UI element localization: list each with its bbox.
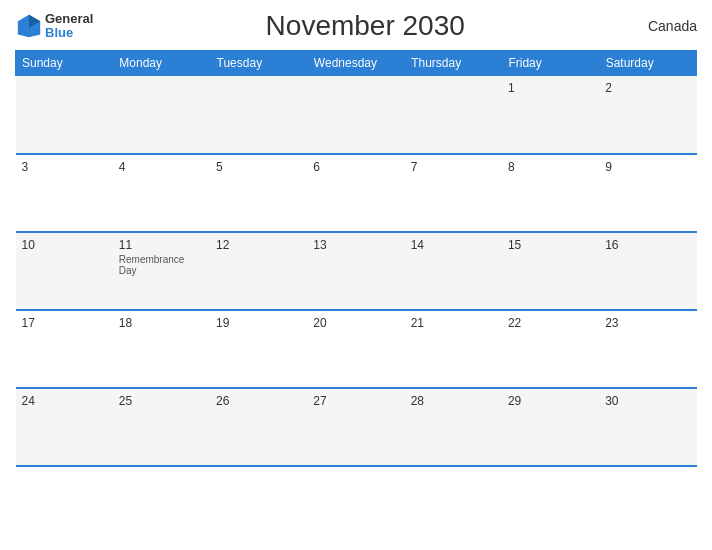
day-number: 23: [605, 316, 690, 330]
day-number: 29: [508, 394, 593, 408]
logo-text: General Blue: [45, 12, 93, 41]
day-number: 28: [411, 394, 496, 408]
day-number: 27: [313, 394, 398, 408]
calendar-header: General Blue November 2030 Canada: [15, 10, 697, 42]
calendar-cell: 7: [405, 154, 502, 232]
calendar-cell: 10: [16, 232, 113, 310]
day-number: 5: [216, 160, 301, 174]
calendar-cell: 15: [502, 232, 599, 310]
header-tuesday: Tuesday: [210, 51, 307, 76]
day-number: 7: [411, 160, 496, 174]
calendar-cell: 27: [307, 388, 404, 466]
country-label: Canada: [637, 18, 697, 34]
calendar-cell: 20: [307, 310, 404, 388]
calendar-cell: [307, 76, 404, 154]
calendar-cell: 9: [599, 154, 696, 232]
calendar-week-3: 1011Remembrance Day1213141516: [16, 232, 697, 310]
calendar-cell: 5: [210, 154, 307, 232]
calendar-cell: 3: [16, 154, 113, 232]
calendar-cell: 28: [405, 388, 502, 466]
calendar-cell: 19: [210, 310, 307, 388]
calendar-cell: 4: [113, 154, 210, 232]
header-monday: Monday: [113, 51, 210, 76]
day-number: 24: [22, 394, 107, 408]
day-number: 13: [313, 238, 398, 252]
day-number: 1: [508, 81, 593, 95]
day-number: 18: [119, 316, 204, 330]
day-number: 11: [119, 238, 204, 252]
day-number: 3: [22, 160, 107, 174]
header-thursday: Thursday: [405, 51, 502, 76]
calendar-cell: 23: [599, 310, 696, 388]
day-number: 8: [508, 160, 593, 174]
logo-general-text: General: [45, 12, 93, 26]
header-saturday: Saturday: [599, 51, 696, 76]
day-number: 14: [411, 238, 496, 252]
calendar-cell: 1: [502, 76, 599, 154]
calendar-cell: 17: [16, 310, 113, 388]
calendar-cell: 25: [113, 388, 210, 466]
day-number: 2: [605, 81, 690, 95]
calendar-cell: 13: [307, 232, 404, 310]
calendar-cell: 22: [502, 310, 599, 388]
calendar-cell: 29: [502, 388, 599, 466]
logo: General Blue: [15, 12, 93, 41]
calendar-cell: 26: [210, 388, 307, 466]
calendar-week-2: 3456789: [16, 154, 697, 232]
calendar-title: November 2030: [93, 10, 637, 42]
calendar-cell: 14: [405, 232, 502, 310]
header-wednesday: Wednesday: [307, 51, 404, 76]
calendar-cell: [16, 76, 113, 154]
weekday-header-row: Sunday Monday Tuesday Wednesday Thursday…: [16, 51, 697, 76]
header-sunday: Sunday: [16, 51, 113, 76]
day-number: 10: [22, 238, 107, 252]
calendar-container: General Blue November 2030 Canada Sunday…: [0, 0, 712, 550]
day-number: 25: [119, 394, 204, 408]
calendar-cell: [405, 76, 502, 154]
day-number: 21: [411, 316, 496, 330]
calendar-cell: 12: [210, 232, 307, 310]
header-friday: Friday: [502, 51, 599, 76]
calendar-cell: 6: [307, 154, 404, 232]
day-number: 30: [605, 394, 690, 408]
calendar-cell: 21: [405, 310, 502, 388]
day-number: 16: [605, 238, 690, 252]
day-number: 6: [313, 160, 398, 174]
holiday-label: Remembrance Day: [119, 254, 204, 276]
day-number: 9: [605, 160, 690, 174]
day-number: 26: [216, 394, 301, 408]
calendar-cell: [113, 76, 210, 154]
calendar-table: Sunday Monday Tuesday Wednesday Thursday…: [15, 50, 697, 467]
day-number: 4: [119, 160, 204, 174]
calendar-cell: 16: [599, 232, 696, 310]
calendar-week-1: 12: [16, 76, 697, 154]
calendar-cell: 2: [599, 76, 696, 154]
day-number: 15: [508, 238, 593, 252]
calendar-cell: 8: [502, 154, 599, 232]
calendar-cell: 18: [113, 310, 210, 388]
calendar-week-5: 24252627282930: [16, 388, 697, 466]
calendar-cell: 24: [16, 388, 113, 466]
calendar-cell: [210, 76, 307, 154]
day-number: 17: [22, 316, 107, 330]
day-number: 19: [216, 316, 301, 330]
day-number: 12: [216, 238, 301, 252]
calendar-cell: 11Remembrance Day: [113, 232, 210, 310]
day-number: 20: [313, 316, 398, 330]
logo-icon: [15, 12, 43, 40]
calendar-week-4: 17181920212223: [16, 310, 697, 388]
calendar-cell: 30: [599, 388, 696, 466]
day-number: 22: [508, 316, 593, 330]
logo-blue-text: Blue: [45, 26, 93, 40]
